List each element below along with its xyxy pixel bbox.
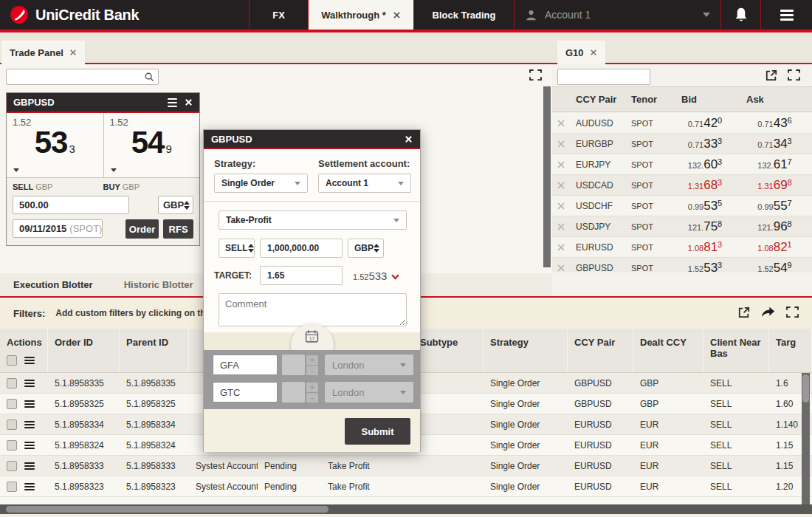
remove-row-icon[interactable]	[552, 140, 569, 148]
blotter-vertical-scrollbar[interactable]	[802, 373, 810, 504]
rate-row[interactable]: GBPUSD SPOT 1.52533 1.52549	[552, 258, 812, 273]
rate-row[interactable]: USDCAD SPOT 1.31683 1.31698	[552, 175, 812, 196]
rfs-button[interactable]: RFS	[163, 219, 193, 239]
account-selector[interactable]: Account 1	[514, 0, 720, 30]
col-ccy-pair[interactable]: CCY Pair	[568, 329, 633, 372]
popout-icon[interactable]	[738, 307, 750, 318]
col-strategy[interactable]: Strategy	[484, 329, 568, 372]
row-menu-icon[interactable]	[24, 421, 35, 428]
select-all-checkbox[interactable]	[7, 355, 17, 366]
remove-row-icon[interactable]	[552, 181, 569, 190]
ask-quote[interactable]: 1.31698	[737, 178, 812, 193]
popout-icon[interactable]	[765, 69, 777, 81]
row-menu-icon[interactable]	[24, 462, 35, 470]
row-checkbox[interactable]	[7, 378, 17, 388]
expiry-type-input[interactable]: GTC	[213, 382, 278, 403]
order-type-select[interactable]: Take-Profit	[219, 210, 407, 230]
table-row[interactable]: 5.1.89583335.1.8958333 Systest Account 1…	[0, 456, 812, 476]
ask-quote[interactable]: 0.99557	[737, 199, 812, 213]
bid-quote[interactable]: 0.99535	[672, 199, 737, 213]
remove-row-icon[interactable]	[552, 160, 569, 169]
bid-quote[interactable]: 0.71333	[672, 137, 737, 151]
col-order-id[interactable]: Order ID	[48, 329, 120, 372]
table-row[interactable]: 5.1.89583235.1.8958323 Systest Account 1…	[0, 476, 812, 497]
settlement-date-input[interactable]: 09/11/2015 (SPOT)	[13, 219, 103, 238]
ask-quote[interactable]: 0.71343	[737, 137, 812, 151]
ask-price-button[interactable]: 1.52 54 9	[103, 113, 200, 177]
scrollbar-thumb[interactable]	[802, 374, 809, 403]
location-select[interactable]: London	[325, 355, 413, 375]
menu-button[interactable]	[760, 0, 812, 30]
col-tenor[interactable]: Tenor	[625, 94, 672, 105]
strategy-select[interactable]: Single Order	[214, 174, 308, 193]
ask-quote[interactable]: 132.617	[737, 157, 812, 172]
target-input[interactable]: 1.65	[260, 266, 343, 285]
maximize-icon[interactable]	[788, 69, 800, 81]
tab-historic-blotter[interactable]: Historic Blotter	[124, 279, 193, 290]
row-checkbox[interactable]	[7, 461, 17, 471]
ask-quote[interactable]: 1.08821	[737, 240, 812, 255]
forward-icon[interactable]	[761, 307, 775, 318]
rate-row[interactable]: EURJPY SPOT 132.603 132.617	[552, 154, 812, 175]
actions-menu-icon[interactable]	[24, 357, 35, 364]
modal-close-icon[interactable]	[405, 135, 413, 143]
side-selector[interactable]: SELL	[219, 239, 255, 258]
amount-input[interactable]: 500.00	[13, 196, 129, 214]
col-dealt-ccy[interactable]: Dealt CCY	[633, 329, 703, 372]
maximize-icon[interactable]	[786, 307, 799, 318]
decrement-button[interactable]: -	[306, 366, 318, 375]
row-checkbox[interactable]	[7, 399, 17, 409]
col-subtype[interactable]: Subtype	[413, 329, 484, 372]
widget-close-icon[interactable]	[185, 98, 193, 106]
row-checkbox[interactable]	[7, 440, 17, 451]
widget-menu-icon[interactable]	[168, 98, 177, 107]
close-icon[interactable]	[590, 49, 597, 56]
ask-quote[interactable]: 121.968	[737, 219, 812, 234]
bid-quote[interactable]: 1.31683	[672, 178, 737, 193]
bid-quote[interactable]: 1.08813	[672, 240, 737, 255]
comment-textarea[interactable]	[219, 293, 407, 326]
settlement-account-select[interactable]: Account 1	[318, 174, 411, 193]
tab-execution-blotter[interactable]: Execution Blotter	[13, 279, 93, 290]
rate-row[interactable]: EURGBP SPOT 0.71333 0.71343	[552, 134, 812, 154]
bid-quote[interactable]: 0.71420	[672, 116, 737, 131]
rates-search-input[interactable]	[562, 72, 676, 82]
row-menu-icon[interactable]	[24, 400, 35, 408]
row-checkbox[interactable]	[7, 420, 17, 430]
row-menu-icon[interactable]	[24, 380, 35, 387]
location-select[interactable]: London	[325, 382, 413, 403]
search-input[interactable]	[10, 72, 144, 82]
col-parent-id[interactable]: Parent ID	[120, 329, 189, 372]
bid-quote[interactable]: 121.758	[672, 219, 737, 234]
tab-walkthrough[interactable]: Walkthrough *	[308, 0, 413, 30]
rate-row[interactable]: USDJPY SPOT 121.758 121.968	[552, 216, 812, 237]
col-client-near-base[interactable]: Client Near Bas	[703, 329, 769, 372]
bid-quote[interactable]: 1.52533	[672, 261, 737, 273]
order-button[interactable]: Order	[125, 219, 159, 239]
rates-search[interactable]	[557, 69, 650, 85]
remove-row-icon[interactable]	[552, 243, 569, 252]
order-ccy-selector[interactable]: GBP	[348, 239, 384, 258]
row-checkbox[interactable]	[7, 482, 17, 492]
col-bid[interactable]: Bid	[672, 94, 737, 105]
blotter-horizontal-scrollbar[interactable]	[0, 504, 812, 514]
remove-row-icon[interactable]	[552, 202, 569, 210]
increment-button[interactable]: +	[306, 383, 318, 392]
col-ccy-pair[interactable]: CCY Pair	[569, 94, 625, 105]
close-icon[interactable]	[393, 11, 401, 19]
col-ask[interactable]: Ask	[737, 94, 812, 105]
ask-quote[interactable]: 1.52549	[737, 261, 812, 273]
instrument-search[interactable]	[6, 69, 159, 85]
notifications-button[interactable]	[720, 0, 760, 30]
scrollbar-thumb[interactable]	[6, 506, 328, 513]
bid-quote[interactable]: 132.603	[672, 157, 737, 172]
close-icon[interactable]	[69, 49, 77, 56]
maximize-icon[interactable]	[529, 69, 542, 81]
decrement-button[interactable]: -	[306, 393, 318, 403]
modal-header[interactable]: GBPUSD	[204, 130, 420, 149]
currency-selector[interactable]: GBP	[158, 196, 193, 214]
rate-row[interactable]: AUDUSD SPOT 0.71420 0.71436	[552, 113, 812, 134]
tab-block-trading[interactable]: Block Trading	[413, 0, 514, 30]
ask-quote[interactable]: 0.71436	[737, 116, 812, 131]
submit-button[interactable]: Submit	[345, 418, 410, 445]
